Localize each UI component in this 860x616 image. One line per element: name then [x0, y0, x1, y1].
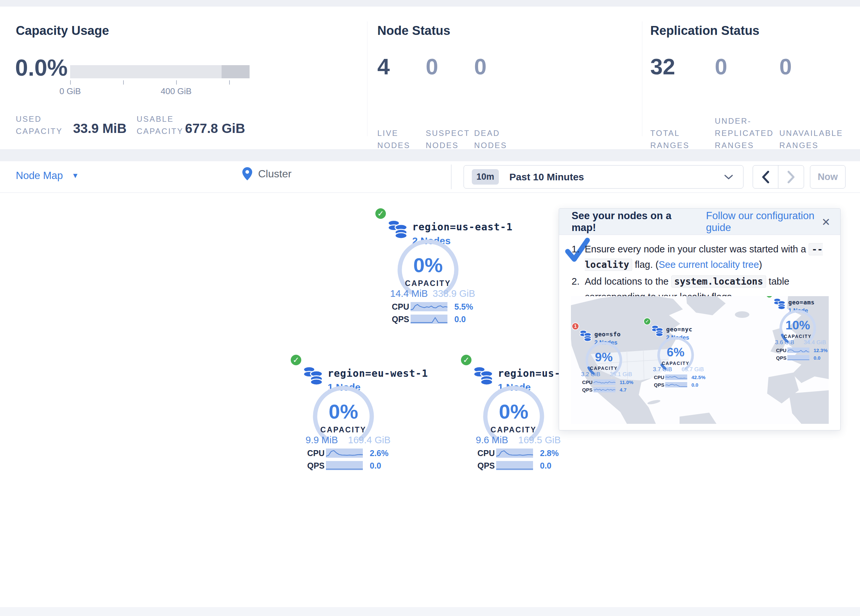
cpu-label: CPU: [582, 379, 593, 385]
chevron-right-icon: [787, 171, 795, 183]
popup-title: See your nodes on a map!: [571, 210, 697, 234]
stat-column: 0UNAVAILABLERANGES: [779, 53, 844, 151]
qps-sparkline: [593, 387, 615, 393]
node-region-label: region=us-east-1: [412, 221, 513, 233]
qps-label: QPS: [392, 315, 409, 324]
chevron-down-icon: ▼: [72, 171, 79, 180]
nodemap-toolbar: Node Map ▼ Cluster 10m Past 10 Minutes N…: [0, 161, 860, 193]
time-range-chip: 10m: [472, 169, 499, 185]
replication-status-columns: 32TOTALRANGES0UNDER-REPLICATEDRANGES0UNA…: [650, 53, 844, 151]
capacity-values: 3.7 GiB 65.7 GiB: [653, 366, 704, 373]
capacity-bar-reserved-segment: [221, 65, 250, 78]
popup-header: See your nodes on a map! Follow our conf…: [559, 208, 840, 235]
capacity-used-value: 3.2 GiB: [581, 371, 600, 378]
node-status-columns: 4LIVENODES0SUSPECTNODES0DEADNODES: [377, 53, 523, 151]
capacity-percent: 6%: [656, 345, 695, 359]
capacity-values: 9.9 MiB 169.4 GiB: [306, 435, 391, 445]
capacity-percent: 0%: [311, 400, 376, 423]
cpu-value: 12.3%: [814, 348, 828, 353]
node-region-label: geo=nyc: [666, 326, 692, 333]
capacity-percent: 0%: [395, 253, 461, 277]
capacity-percent: 0%: [481, 400, 546, 423]
database-icon: [579, 329, 592, 342]
qps-value: 4.7: [620, 387, 626, 393]
cpu-value: 2.8%: [540, 448, 559, 458]
stat-column: 32TOTALRANGES: [650, 53, 715, 151]
stat-column: 0SUSPECTNODES: [426, 53, 474, 151]
node-health-badge-icon: ✓: [290, 354, 302, 366]
capacity-word: CAPACITY: [311, 425, 376, 434]
map-pin-icon: [242, 167, 252, 180]
cpu-label: CPU: [392, 302, 409, 312]
capacity-usage-bar: [70, 65, 250, 78]
node-widget-geo-nyc[interactable]: ✓ geo=nyc 2 Nodes 6% CAPACITY 3.7 GiB 65…: [642, 317, 709, 390]
time-prev-button[interactable]: [753, 166, 778, 188]
node-widget-us-west-1[interactable]: ✓ region=us-west-1 1 Node 0% CAPACITY 9.…: [458, 353, 570, 475]
node-health-badge-icon: ✓: [766, 296, 773, 298]
cpu-sparkline: [593, 379, 615, 385]
cpu-label: CPU: [307, 448, 325, 458]
qps-sparkline: [326, 461, 363, 470]
section-divider: [642, 21, 642, 136]
time-range-dropdown[interactable]: 10m Past 10 Minutes: [464, 165, 744, 188]
view-selector-dropdown[interactable]: Node Map ▼: [16, 170, 79, 182]
cpu-sparkline: [665, 375, 687, 380]
stat-column: 0DEADNODES: [474, 53, 523, 151]
view-selector-label: Node Map: [16, 170, 63, 181]
time-range-label: Past 10 Minutes: [509, 171, 584, 183]
cpu-label: CPU: [654, 375, 664, 380]
stat-column: 0UNDER-REPLICATEDRANGES: [715, 53, 779, 151]
node-map-canvas: ✓ region=us-east-1 2 Nodes 0% CAPACITY 1…: [0, 193, 860, 607]
chevron-down-icon: [724, 174, 733, 180]
cpu-label: CPU: [477, 448, 495, 458]
qps-label: QPS: [776, 355, 786, 361]
capacity-word: CAPACITY: [778, 334, 818, 339]
page-bottom-strip: [0, 607, 860, 616]
qps-label: QPS: [654, 382, 664, 388]
capacity-values: 3.6 GiB 34.4 GiB: [775, 339, 826, 346]
page-gap: [0, 150, 860, 161]
capacity-used-value: 9.6 MiB: [476, 435, 508, 445]
cpu-sparkline: [411, 302, 447, 311]
capacity-percent: 9%: [584, 350, 624, 364]
cpu-value: 42.5%: [691, 375, 706, 380]
capacity-word: CAPACITY: [656, 361, 695, 366]
locality-tree-link[interactable]: See current locality tree: [659, 259, 759, 270]
capacity-total-value: 338.9 GiB: [433, 288, 475, 299]
cpu-value: 5.5%: [454, 302, 473, 312]
now-button[interactable]: Now: [810, 165, 846, 188]
capacity-word: CAPACITY: [584, 365, 624, 371]
qps-value: 0.0: [370, 461, 381, 470]
capacity-used-value: 3.6 GiB: [775, 339, 794, 346]
node-widget-geo-ams[interactable]: ✓ geo=ams 1 Node 10% CAPACITY 3.6 GiB 34…: [764, 296, 829, 364]
node-region-label: geo=sfo: [594, 331, 621, 338]
qps-sparkline: [665, 382, 687, 388]
capacity-total-value: 169.5 GiB: [518, 435, 561, 445]
time-next-button[interactable]: [778, 166, 804, 188]
qps-value: 0.0: [814, 355, 821, 361]
cpu-value: 2.6%: [370, 448, 389, 458]
node-widget-eu-west-1[interactable]: ✓ region=eu-west-1 1 Node 0% CAPACITY 9.…: [287, 353, 399, 475]
section-divider: [367, 21, 367, 136]
qps-label: QPS: [582, 387, 593, 393]
capacity-tick-400: 400 GiB: [150, 86, 202, 96]
node-health-badge-icon: ✓: [460, 354, 472, 366]
capacity-used-value: 9.9 MiB: [306, 435, 338, 445]
cpu-sparkline: [496, 448, 533, 458]
qps-label: QPS: [307, 461, 325, 470]
cpu-value: 11.0%: [620, 379, 634, 385]
qps-value: 0.0: [691, 382, 698, 388]
capacity-total-value: 65.7 GiB: [681, 366, 704, 373]
node-health-badge-icon: 1: [571, 323, 579, 330]
configuration-guide-link[interactable]: Follow our configuration guide: [706, 210, 840, 234]
qps-sparkline: [411, 315, 447, 324]
close-icon[interactable]: ✕: [821, 216, 830, 228]
capacity-usage-title: Capacity Usage: [16, 24, 109, 38]
breadcrumb[interactable]: Cluster: [242, 167, 291, 180]
node-widget-us-east-1[interactable]: ✓ region=us-east-1 2 Nodes 0% CAPACITY 1…: [372, 207, 484, 329]
database-icon: [472, 365, 494, 385]
node-widget-geo-sfo[interactable]: 1 geo=sfo 2 Nodes 9% CAPACITY 3.2 GiB 35…: [571, 322, 637, 395]
usable-capacity-label: USABLE CAPACITY: [137, 113, 184, 137]
usable-capacity-value: 677.8 GiB: [185, 121, 245, 136]
capacity-values: 9.6 MiB 169.5 GiB: [476, 435, 561, 445]
